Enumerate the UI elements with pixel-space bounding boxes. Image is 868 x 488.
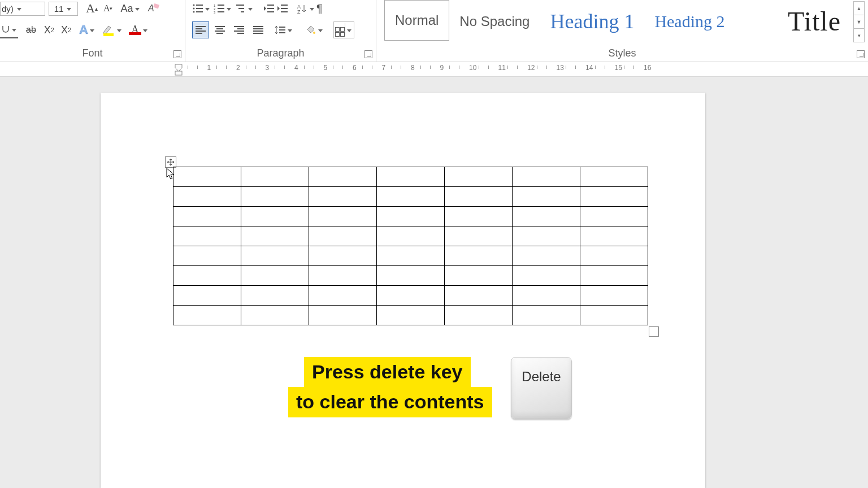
gallery-more-icon[interactable]: ▾: [853, 29, 865, 42]
table-cell[interactable]: [513, 187, 580, 207]
style-heading-1[interactable]: Heading 1: [540, 2, 644, 41]
table-cell[interactable]: [445, 286, 513, 306]
table-cell[interactable]: [309, 286, 377, 306]
table-cell[interactable]: [377, 207, 445, 226]
font-size-combo[interactable]: 11: [49, 2, 78, 16]
table-cell[interactable]: [241, 306, 309, 325]
chevron-down-icon[interactable]: [286, 21, 294, 38]
table-cell[interactable]: [241, 226, 309, 246]
table-cell[interactable]: [241, 207, 309, 226]
table-move-handle[interactable]: [165, 156, 176, 168]
table-cell[interactable]: [377, 246, 445, 266]
table-cell[interactable]: [377, 286, 445, 306]
table-cell[interactable]: [445, 167, 513, 187]
table-cell[interactable]: [241, 246, 309, 266]
multilevel-list-button[interactable]: [235, 0, 254, 17]
chevron-down-icon[interactable]: [246, 0, 254, 17]
styles-dialog-launcher[interactable]: [857, 50, 865, 58]
table-cell[interactable]: [580, 266, 648, 286]
table-cell[interactable]: [173, 306, 241, 325]
gallery-up-icon[interactable]: ▲: [853, 1, 865, 15]
align-right-button[interactable]: [231, 21, 248, 38]
table-cell[interactable]: [445, 207, 513, 226]
clear-formatting-button[interactable]: A: [147, 0, 160, 17]
table-cell[interactable]: [377, 187, 445, 207]
sort-button[interactable]: AZ: [297, 0, 314, 17]
table-cell[interactable]: [580, 286, 648, 306]
table-cell[interactable]: [173, 226, 241, 246]
table-cell[interactable]: [173, 167, 241, 187]
chevron-down-icon[interactable]: [316, 21, 324, 38]
table-cell[interactable]: [580, 207, 648, 226]
borders-button[interactable]: [333, 21, 354, 38]
table-cell[interactable]: [445, 187, 513, 207]
show-marks-button[interactable]: ¶: [316, 0, 323, 17]
table-cell[interactable]: [513, 167, 580, 187]
table-cell[interactable]: [580, 167, 648, 187]
align-center-button[interactable]: [211, 21, 228, 38]
table-cell[interactable]: [580, 226, 648, 246]
paragraph-dialog-launcher[interactable]: [364, 50, 372, 58]
style-no-spacing[interactable]: No Spacing: [449, 2, 540, 41]
table-cell[interactable]: [377, 266, 445, 286]
gallery-down-icon[interactable]: ▼: [853, 15, 865, 29]
first-line-indent-marker[interactable]: [174, 63, 183, 75]
shading-button[interactable]: [304, 21, 324, 38]
align-justify-button[interactable]: [250, 21, 267, 38]
horizontal-ruler[interactable]: 12345678910111213141516: [0, 62, 868, 77]
table-cell[interactable]: [309, 246, 377, 266]
chevron-down-icon[interactable]: [203, 0, 211, 17]
table-cell[interactable]: [580, 306, 648, 325]
table-cell[interactable]: [241, 167, 309, 187]
table-cell[interactable]: [241, 286, 309, 306]
chevron-down-icon[interactable]: [225, 0, 233, 17]
document-page[interactable]: Press delete key to clear the contents D…: [101, 93, 705, 488]
table-cell[interactable]: [309, 207, 377, 226]
table-cell[interactable]: [580, 187, 648, 207]
table-cell[interactable]: [377, 167, 445, 187]
table-cell[interactable]: [513, 286, 580, 306]
style-heading-2[interactable]: Heading 2: [644, 2, 735, 41]
table-cell[interactable]: [580, 246, 648, 266]
style-gallery-spinner[interactable]: ▲ ▼ ▾: [853, 1, 865, 42]
table-cell[interactable]: [513, 246, 580, 266]
chevron-down-icon[interactable]: [345, 23, 353, 37]
strikethrough-button[interactable]: ab: [26, 21, 36, 38]
table-cell[interactable]: [241, 266, 309, 286]
chevron-down-icon[interactable]: [141, 21, 149, 38]
shrink-font-button[interactable]: A▾: [103, 0, 113, 17]
table-cell[interactable]: [173, 207, 241, 226]
numbering-button[interactable]: 123: [214, 0, 233, 17]
highlight-button[interactable]: [102, 21, 123, 38]
table-cell[interactable]: [309, 266, 377, 286]
table-cell[interactable]: [173, 246, 241, 266]
table-cell[interactable]: [309, 226, 377, 246]
chevron-down-icon[interactable]: [88, 21, 96, 38]
bullets-button[interactable]: [192, 0, 211, 17]
change-case-button[interactable]: Aa: [120, 0, 140, 17]
subscript-button[interactable]: X2: [44, 21, 54, 38]
table-cell[interactable]: [513, 266, 580, 286]
table-cell[interactable]: [513, 207, 580, 226]
table-cell[interactable]: [513, 306, 580, 325]
chevron-down-icon[interactable]: [14, 7, 23, 10]
table-cell[interactable]: [377, 306, 445, 325]
font-color-button[interactable]: A: [129, 21, 149, 38]
table-cell[interactable]: [445, 266, 513, 286]
table-cell[interactable]: [173, 286, 241, 306]
text-effects-button[interactable]: A: [79, 21, 96, 38]
table-cell[interactable]: [513, 226, 580, 246]
underline-button[interactable]: [0, 21, 18, 38]
table-cell[interactable]: [445, 306, 513, 325]
table-cell[interactable]: [445, 246, 513, 266]
font-dialog-launcher[interactable]: [173, 50, 181, 58]
chevron-down-icon[interactable]: [63, 7, 72, 10]
chevron-down-icon[interactable]: [115, 21, 123, 38]
table-cell[interactable]: [309, 187, 377, 207]
table-cell[interactable]: [241, 187, 309, 207]
table-cell[interactable]: [445, 226, 513, 246]
increase-indent-button[interactable]: [277, 0, 288, 17]
document-table[interactable]: [173, 167, 648, 325]
table-cell[interactable]: [309, 306, 377, 325]
table-cell[interactable]: [173, 266, 241, 286]
